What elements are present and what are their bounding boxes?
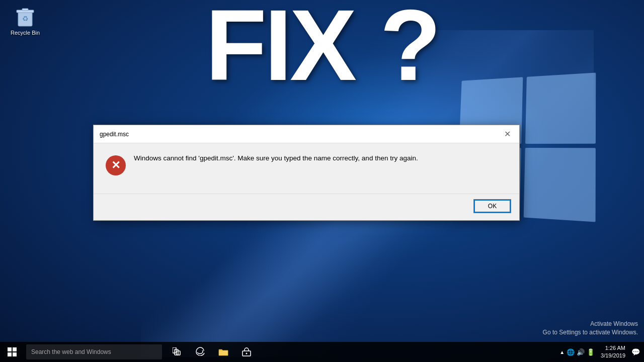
dialog-footer: OK <box>94 194 519 220</box>
edge-browser-button[interactable] <box>189 342 211 362</box>
store-icon <box>242 347 251 356</box>
svg-rect-5 <box>13 347 17 351</box>
dialog-message: Windows cannot find 'gpedit.msc'. Make s… <box>134 153 507 163</box>
svg-text:♻: ♻ <box>22 15 29 23</box>
logo-pane-2 <box>525 73 596 144</box>
recycle-bin-label: Recycle Bin <box>11 30 40 36</box>
activate-line2: Go to Settings to activate Windows. <box>543 328 638 337</box>
task-view-button[interactable] <box>166 342 188 362</box>
clock-date: 3/19/2019 <box>601 352 625 359</box>
system-clock[interactable]: 1:26 AM 3/19/2019 <box>597 344 629 360</box>
chevron-up-icon[interactable]: ▲ <box>559 349 565 355</box>
activate-windows-notice: Activate Windows Go to Settings to activ… <box>543 320 638 337</box>
activate-line1: Activate Windows <box>543 320 638 328</box>
logo-pane-4 <box>524 148 596 222</box>
system-tray: ▲ 🌐 🔊 🔋 1:26 AM 3/19/2019 💬 <box>559 344 644 360</box>
file-explorer-button[interactable] <box>212 342 234 362</box>
error-dialog: gpedit.msc ✕ ✕ Windows cannot find 'gped… <box>93 125 520 221</box>
battery-icon[interactable]: 🔋 <box>587 348 595 356</box>
clock-time: 1:26 AM <box>601 344 625 352</box>
svg-rect-6 <box>8 352 12 356</box>
svg-point-12 <box>246 353 248 354</box>
error-icon: ✕ <box>106 155 126 175</box>
dialog-title: gpedit.msc <box>100 131 129 138</box>
taskbar-pinned-icons <box>166 342 258 362</box>
task-view-icon <box>173 347 182 356</box>
network-icon[interactable]: 🌐 <box>567 348 575 356</box>
start-icon <box>8 347 17 356</box>
recycle-bin-icon[interactable]: ♻ Recycle Bin <box>8 5 43 36</box>
dialog-close-button[interactable]: ✕ <box>501 128 513 140</box>
notification-icon[interactable]: 💬 <box>631 348 640 356</box>
search-input[interactable] <box>26 344 162 359</box>
ok-button[interactable]: OK <box>473 199 511 213</box>
folder-icon <box>218 347 228 356</box>
taskbar: ▲ 🌐 🔊 🔋 1:26 AM 3/19/2019 💬 <box>0 342 644 362</box>
dialog-body: ✕ Windows cannot find 'gpedit.msc'. Make… <box>94 143 519 194</box>
desktop: FIX ? ♻ Recycle Bin gpedit.msc ✕ ✕ Windo… <box>0 0 644 362</box>
recycle-bin-svg: ♻ <box>15 5 35 28</box>
tray-icons: ▲ 🌐 🔊 🔋 <box>559 348 595 356</box>
fix-overlay-text: FIX ? <box>205 0 439 90</box>
dialog-titlebar: gpedit.msc ✕ <box>94 125 519 143</box>
svg-rect-4 <box>8 347 12 351</box>
svg-rect-7 <box>13 352 17 356</box>
edge-icon <box>195 347 205 357</box>
svg-rect-2 <box>22 9 28 11</box>
volume-icon[interactable]: 🔊 <box>577 348 585 356</box>
store-button[interactable] <box>235 342 258 362</box>
start-button[interactable] <box>0 342 24 362</box>
